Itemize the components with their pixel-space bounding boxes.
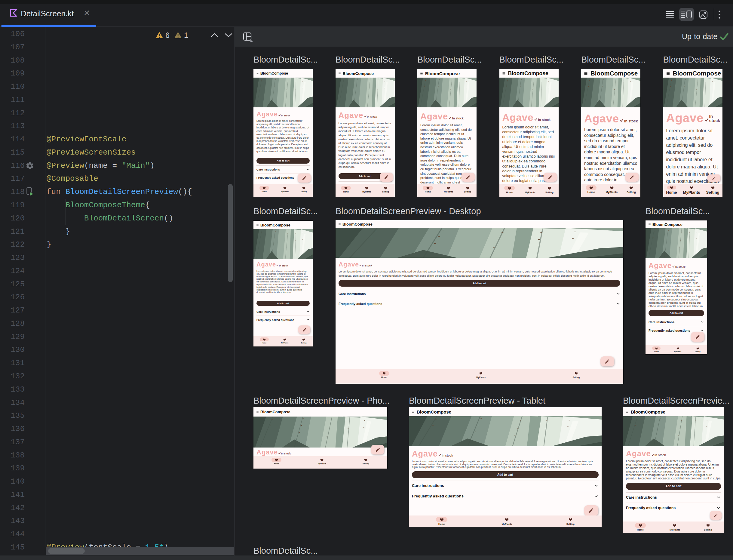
svg-text:1: 1 (184, 31, 188, 39)
svg-text:6: 6 (165, 31, 170, 39)
